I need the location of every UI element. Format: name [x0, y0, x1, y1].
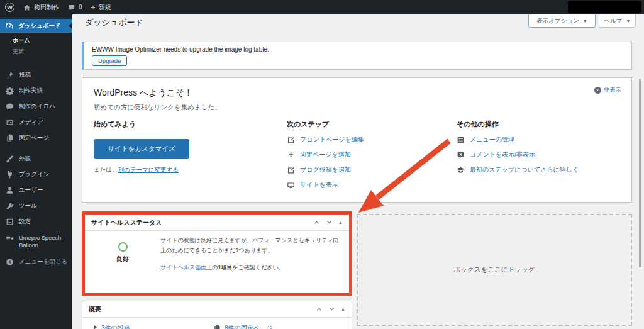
scrollbar-thumb[interactable]	[639, 79, 641, 267]
link-suffix: 上の	[206, 264, 218, 270]
media-icon	[6, 118, 14, 126]
sidebar-item-umepro-speech-balloon[interactable]: Umepro Speech Balloon	[0, 230, 72, 252]
toggle-comments-item[interactable]: コメントを表示/非表示	[457, 150, 623, 159]
sidebar-item-label: 固定ページ	[19, 134, 49, 142]
gear-icon	[6, 87, 14, 95]
user-icon	[6, 186, 14, 194]
widget-drop-zone[interactable]: ボックスをここにドラッグ	[357, 214, 632, 326]
upgrade-button[interactable]: Upgrade	[92, 55, 127, 66]
site-name-link[interactable]: 梅田制作	[23, 3, 59, 12]
sidebar-item-appearance[interactable]: 外観	[0, 151, 72, 167]
help-label: ヘルプ	[604, 17, 622, 25]
status-good-ring-icon	[118, 242, 128, 252]
move-down-icon[interactable]	[328, 306, 335, 313]
link-suffix: をご確認ください。	[233, 264, 284, 270]
help-button[interactable]: ヘルプ ▼	[599, 14, 636, 28]
sidebar-item-label: ダッシュボード	[18, 22, 61, 30]
sidebar-item-media[interactable]: メディア	[0, 114, 72, 130]
pages-icon	[213, 325, 221, 329]
toggle-panel-icon[interactable]: ▲	[338, 220, 343, 225]
sidebar-item-works[interactable]: 制作実績	[0, 83, 72, 99]
sidebar-item-plugins[interactable]: プラグイン	[0, 167, 72, 182]
sidebar-item-updates[interactable]: 更新	[13, 48, 72, 56]
comment-toggle-icon	[457, 151, 465, 159]
customize-site-button[interactable]: サイトをカスタマイズ	[94, 139, 189, 159]
welcome-column-more-actions: その他の操作 メニューの管理 コメントを表示/非表示 最初のステップについてさら…	[457, 120, 623, 181]
site-health-screen-link[interactable]: サイトヘルス画面	[160, 264, 206, 270]
new-content-menu[interactable]: + 新規	[91, 3, 111, 12]
sidebar-item-label: 制作のイロハ	[19, 103, 55, 111]
pages-count-item[interactable]: 8件の固定ページ	[213, 324, 272, 329]
sidebar-item-dashboard[interactable]: ダッシュボード	[0, 19, 72, 33]
dashboard-submenu: ホーム 更新	[0, 33, 72, 61]
welcome-column-next-steps: 次のステップ フロントページを編集 + 固定ページを追加 ブログ投稿を追加 サイ…	[287, 120, 450, 196]
brush-icon	[6, 155, 14, 163]
sidebar-item-tools[interactable]: ツール	[0, 198, 72, 214]
pushpin-icon	[6, 71, 14, 79]
sidebar-item-users[interactable]: ユーザー	[0, 182, 72, 198]
at-a-glance-body: 3件の投稿 8件の固定ページ	[82, 318, 352, 329]
add-blog-post-item[interactable]: ブログ投稿を追加	[287, 165, 450, 174]
pushpin-icon	[90, 325, 97, 329]
redacted-account-area	[568, 1, 641, 13]
site-health-header: サイトヘルスステータス ▲	[85, 215, 349, 231]
home-icon	[23, 4, 31, 11]
sidebar-item-settings[interactable]: 設定	[0, 214, 72, 230]
sidebar-item-label: 投稿	[19, 71, 31, 79]
write-post-icon	[287, 166, 295, 174]
widget-title: サイトヘルスステータス	[91, 218, 308, 227]
sidebar-item-label: メニューを閉じる	[19, 258, 67, 266]
plug-icon	[6, 170, 14, 179]
sidebar-item-home[interactable]: ホーム	[13, 36, 72, 45]
sidebar-item-iroha[interactable]: 制作のイロハ	[0, 99, 72, 114]
sidebar-item-pages[interactable]: 固定ページ	[0, 130, 72, 146]
move-up-icon[interactable]	[313, 219, 320, 226]
view-site-item[interactable]: サイトを表示	[287, 181, 450, 189]
pages-icon	[6, 134, 14, 142]
sidebar-item-label: 外観	[19, 155, 31, 163]
manage-menus-item[interactable]: メニューの管理	[457, 135, 623, 144]
admin-sidebar: ダッシュボード ホーム 更新 投稿 制作実績 制作のイロハ メディア	[0, 14, 72, 329]
sidebar-item-posts[interactable]: 投稿	[0, 67, 72, 83]
wordpress-logo-menu[interactable]: W	[5, 3, 14, 12]
widget-title: 概要	[89, 305, 310, 314]
plus-icon: +	[91, 4, 96, 11]
move-down-icon[interactable]	[326, 219, 333, 226]
link-label: サイトを表示	[300, 181, 338, 189]
screen-options-button[interactable]: 表示オプション ▼	[528, 14, 596, 28]
posts-count-item[interactable]: 3件の投稿	[90, 324, 213, 329]
column-heading: その他の操作	[457, 120, 623, 129]
drop-zone-label: ボックスをここにドラッグ	[454, 265, 535, 274]
sidebar-item-label: Umepro Speech Balloon	[19, 234, 70, 249]
new-label: 新規	[99, 3, 111, 12]
change-theme-line: または、別のテーマに変更する	[94, 166, 276, 174]
collapse-arrow-icon	[6, 258, 14, 266]
change-theme-link[interactable]: 別のテーマに変更する	[118, 166, 179, 173]
dismiss-welcome-button[interactable]: × 非表示	[594, 86, 622, 94]
edit-front-page-item[interactable]: フロントページを編集	[287, 135, 450, 144]
comments-shortcut[interactable]: 0	[68, 4, 82, 11]
comment-bubble-icon	[68, 4, 75, 11]
menu-list-icon	[457, 136, 465, 144]
add-page-item[interactable]: + 固定ページを追加	[287, 150, 450, 159]
link-label: コメントを表示/非表示	[470, 150, 535, 159]
site-health-status: 良好	[85, 236, 160, 272]
link-label: フロントページを編集	[300, 135, 364, 144]
link-label: 最初のステップについてさらに詳しく	[470, 165, 579, 174]
pages-count-link: 8件の固定ページ	[225, 324, 272, 329]
sidebar-group-site: 外観 プラグイン ユーザー ツール 設定	[0, 151, 72, 230]
learn-more-item[interactable]: 最初のステップについてさらに詳しく	[457, 165, 623, 174]
site-health-text: サイトの状態は良好に見えますが、パフォーマンスとセキュリティ向上のためにできるこ…	[160, 236, 341, 272]
graduation-cap-icon	[457, 166, 465, 174]
status-label: 良好	[85, 255, 160, 264]
move-up-icon[interactable]	[316, 306, 323, 313]
sidebar-group-content: 投稿 制作実績 制作のイロハ メディア 固定ページ	[0, 67, 72, 146]
collapse-menu-button[interactable]: メニューを閉じる	[0, 252, 72, 270]
item-count-bold: 1項目	[218, 264, 232, 270]
link-label: メニューの管理	[470, 135, 514, 144]
at-a-glance-header: 概要 ▲	[82, 301, 352, 318]
column-heading: 始めてみよう	[94, 120, 276, 129]
welcome-column-get-started: 始めてみよう サイトをカスタマイズ または、別のテーマに変更する	[94, 120, 276, 174]
sidebar-item-label: メディア	[19, 118, 43, 126]
toggle-panel-icon[interactable]: ▲	[341, 307, 345, 311]
